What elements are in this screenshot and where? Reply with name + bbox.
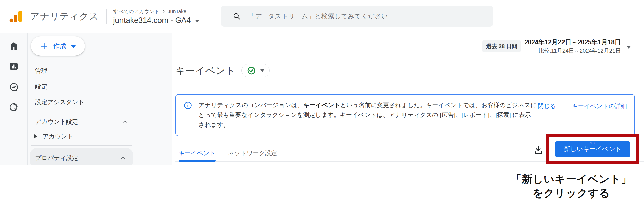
advertising-target-icon — [9, 103, 19, 113]
explore-nav-button[interactable] — [8, 81, 19, 93]
breadcrumb: すべてのアカウント JunTake — [113, 8, 199, 15]
search-bar[interactable] — [221, 6, 493, 27]
admin-sidebar: 作成 管理 設定 設定アシスタント アカウント設定 — [28, 33, 172, 165]
sidebar-section-property-settings[interactable]: プロパティ設定 — [30, 148, 133, 165]
date-range-text: 2024年12月22日～2025年1月18日 — [524, 38, 621, 46]
banner-details-link[interactable]: キーイベントの詳細 — [572, 102, 627, 130]
breadcrumb-account: JunTake — [168, 9, 186, 14]
header-divider — [106, 9, 107, 24]
date-range-picker[interactable]: 2024年12月22日～2025年1月18日 比較:11月24日～2024年12… — [524, 38, 621, 55]
check-circle-icon — [247, 66, 256, 75]
tab-key-events[interactable]: キーイベント — [179, 145, 216, 161]
section-label: アカウント設定 — [35, 118, 78, 126]
sidebar-item-admin[interactable]: 管理 — [28, 63, 135, 79]
status-caret-icon — [260, 69, 264, 72]
annotation-highlight-box: 新しいキー18イベント — [546, 134, 639, 164]
sidebar-item-label: 設定アシスタント — [35, 98, 84, 106]
banner-close-link[interactable]: 閉じる — [538, 102, 556, 130]
create-button-label: 作成 — [53, 42, 66, 51]
download-icon — [533, 145, 543, 155]
explore-compass-icon — [9, 82, 19, 92]
plus-icon — [40, 42, 48, 50]
home-nav-button[interactable] — [8, 40, 19, 51]
chevron-up-icon — [120, 155, 126, 161]
sidebar-section-account-settings[interactable]: アカウント設定 — [28, 114, 135, 129]
new-key-event-button[interactable]: 新しいキー18イベント — [555, 141, 630, 157]
button-text: ー18 — [589, 145, 596, 153]
sidebar-item-settings[interactable]: 設定 — [28, 79, 135, 94]
app-header: アナリティクス すべてのアカウント JunTake juntake314.com… — [0, 0, 644, 33]
main-panel: 過去 28 日間 2024年12月22日～2025年1月18日 比較:11月24… — [172, 33, 644, 165]
sidebar-divider — [31, 112, 132, 112]
app-name: アナリティクス — [30, 10, 99, 23]
date-picker-caret-icon — [626, 46, 631, 49]
date-toolbar: 過去 28 日間 2024年12月22日～2025年1月18日 比較:11月24… — [172, 33, 644, 60]
home-icon — [9, 41, 19, 51]
caption-line-2: をクリックする — [505, 186, 638, 200]
reports-nav-button[interactable] — [8, 61, 19, 72]
chevron-up-icon — [122, 119, 128, 125]
banner-message: アナリティクスのコンバージョンは、キーイベントという名前に変更されました。キーイ… — [198, 100, 537, 130]
app-body: 作成 管理 設定 設定アシスタント アカウント設定 — [0, 33, 644, 165]
tab-network-settings[interactable]: ネットワーク設定 — [228, 145, 277, 161]
property-caret-icon — [195, 20, 199, 22]
ga-logo[interactable]: アナリティクス — [8, 9, 99, 24]
advertising-nav-button[interactable] — [8, 102, 19, 113]
left-nav-rail — [0, 33, 28, 165]
caption-line-1: 「新しいキーイベント」 — [505, 172, 638, 186]
download-button[interactable] — [533, 144, 544, 155]
expand-arrow-icon — [34, 134, 37, 139]
breadcrumb-root: すべてのアカウント — [113, 8, 159, 15]
annotation-caption: 「新しいキーイベント」 をクリックする — [505, 172, 638, 200]
ga-logo-icon — [8, 9, 24, 24]
button-text: 新しいキ — [564, 145, 589, 153]
button-superscript: 18 — [590, 141, 595, 145]
sidebar-item-label: アカウント — [43, 132, 73, 140]
tab-label: ネットワーク設定 — [228, 149, 277, 157]
chevron-right-icon — [162, 9, 166, 13]
button-text: イベント — [596, 145, 621, 153]
banner-text-part: アナリティクスのコンバージョンは、 — [198, 102, 303, 108]
key-event-status-dropdown[interactable] — [242, 64, 270, 77]
bar-chart-icon — [9, 61, 19, 71]
sidebar-item-account[interactable]: アカウント — [28, 129, 135, 143]
page-title: キーイベント — [175, 64, 235, 77]
property-name: juntake314.com - GA4 — [113, 16, 191, 25]
tab-label: キーイベント — [179, 149, 216, 157]
search-input[interactable] — [248, 12, 486, 20]
create-button[interactable]: 作成 — [31, 36, 85, 56]
account-switcher[interactable]: すべてのアカウント JunTake juntake314.com - GA4 — [113, 8, 199, 25]
create-caret-icon — [71, 45, 76, 48]
search-icon — [233, 12, 241, 20]
date-compare-text: 比較:11月24日～2024年12月21日 — [524, 47, 621, 55]
date-range-chip: 過去 28 日間 — [482, 40, 521, 52]
sidebar-item-label: 管理 — [35, 67, 47, 75]
banner-text-bold: キーイベント — [303, 102, 340, 108]
button-text: ー — [589, 145, 596, 152]
sidebar-divider — [31, 145, 132, 146]
sidebar-item-setup-assistant[interactable]: 設定アシスタント — [28, 94, 135, 110]
section-label: プロパティ設定 — [35, 154, 78, 162]
sidebar-item-label: 設定 — [35, 82, 47, 91]
info-banner: アナリティクスのコンバージョンは、キーイベントという名前に変更されました。キーイ… — [175, 94, 635, 136]
info-icon — [184, 101, 192, 109]
